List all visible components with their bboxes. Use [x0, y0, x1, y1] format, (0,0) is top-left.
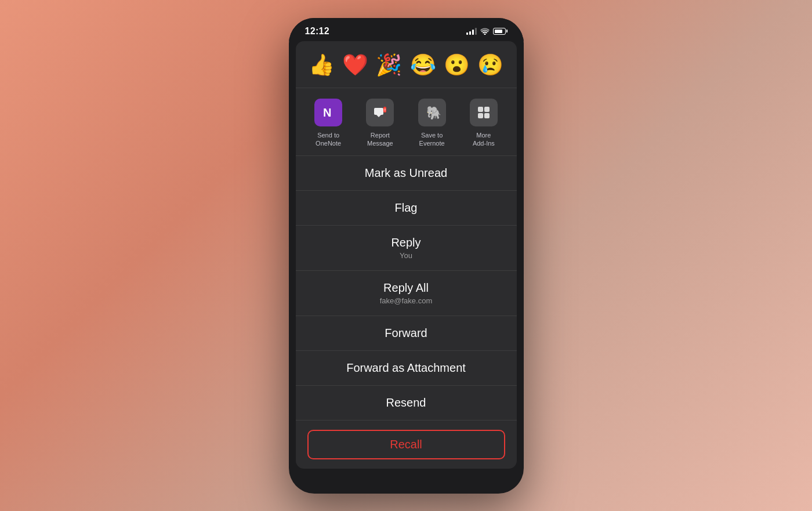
- svg-text:N: N: [323, 106, 331, 119]
- battery-icon: [493, 28, 507, 35]
- menu-item-flag[interactable]: Flag: [296, 191, 517, 226]
- menu-items-list: Mark as Unread Flag Reply You Reply All …: [296, 156, 517, 469]
- emoji-heart[interactable]: ❤️: [342, 53, 368, 77]
- emoji-thumbsup[interactable]: 👍: [309, 53, 335, 77]
- svg-rect-7: [484, 107, 490, 112]
- context-menu-sheet: 👍 ❤️ 🎉 😂 😮 😢 N Send toOneNote: [296, 41, 517, 469]
- svg-rect-9: [484, 113, 490, 118]
- addin-more-label: MoreAdd-Ins: [473, 131, 495, 148]
- reply-label: Reply: [307, 236, 505, 249]
- forward-label: Forward: [307, 327, 505, 340]
- wifi-icon: [480, 28, 490, 35]
- evernote-icon: 🐘: [418, 99, 446, 126]
- addin-onenote-label: Send toOneNote: [316, 131, 341, 148]
- status-time: 12:12: [305, 26, 329, 37]
- more-addins-icon: [470, 99, 498, 126]
- resend-label: Resend: [307, 396, 505, 409]
- status-icons: [466, 28, 507, 35]
- svg-rect-8: [478, 113, 483, 118]
- menu-item-resend[interactable]: Resend: [296, 386, 517, 421]
- svg-marker-2: [376, 115, 381, 117]
- forward-attachment-label: Forward as Attachment: [307, 361, 505, 375]
- flag-label: Flag: [307, 201, 505, 215]
- report-message-icon: !: [366, 99, 394, 126]
- signal-icon: [466, 28, 477, 35]
- reply-all-subtitle: fake@fake.com: [307, 296, 505, 305]
- addin-onenote[interactable]: N Send toOneNote: [308, 99, 349, 148]
- menu-item-forward-attachment[interactable]: Forward as Attachment: [296, 351, 517, 386]
- menu-item-mark-unread[interactable]: Mark as Unread: [296, 156, 517, 191]
- addin-evernote[interactable]: 🐘 Save toEvernote: [412, 99, 452, 148]
- mark-unread-label: Mark as Unread: [307, 166, 505, 180]
- emoji-reactions-row: 👍 ❤️ 🎉 😂 😮 😢: [296, 41, 517, 88]
- recall-button[interactable]: Recall: [307, 430, 505, 459]
- status-bar: 12:12: [289, 18, 524, 41]
- menu-item-recall[interactable]: Recall: [296, 421, 517, 469]
- svg-text:!: !: [385, 107, 386, 113]
- emoji-laugh[interactable]: 😂: [410, 53, 436, 77]
- menu-item-reply-all[interactable]: Reply All fake@fake.com: [296, 271, 517, 316]
- emoji-wow[interactable]: 😮: [444, 53, 470, 77]
- emoji-party[interactable]: 🎉: [376, 53, 402, 77]
- onenote-icon: N: [314, 99, 342, 126]
- svg-text:🐘: 🐘: [426, 105, 440, 121]
- addin-more[interactable]: MoreAdd-Ins: [463, 99, 504, 148]
- svg-rect-1: [374, 108, 383, 115]
- menu-item-forward[interactable]: Forward: [296, 316, 517, 351]
- addin-report-label: ReportMessage: [367, 131, 393, 148]
- addin-evernote-label: Save toEvernote: [419, 131, 445, 148]
- phone-frame: 12:12 👍 ❤️ 🎉 😂: [289, 18, 524, 494]
- addin-report[interactable]: ! ReportMessage: [360, 99, 400, 148]
- svg-rect-6: [478, 107, 483, 112]
- reply-subtitle: You: [307, 251, 505, 260]
- menu-item-reply[interactable]: Reply You: [296, 226, 517, 271]
- reply-all-label: Reply All: [307, 281, 505, 295]
- emoji-sad[interactable]: 😢: [477, 53, 503, 77]
- addins-row: N Send toOneNote ! ReportMessage: [296, 88, 517, 157]
